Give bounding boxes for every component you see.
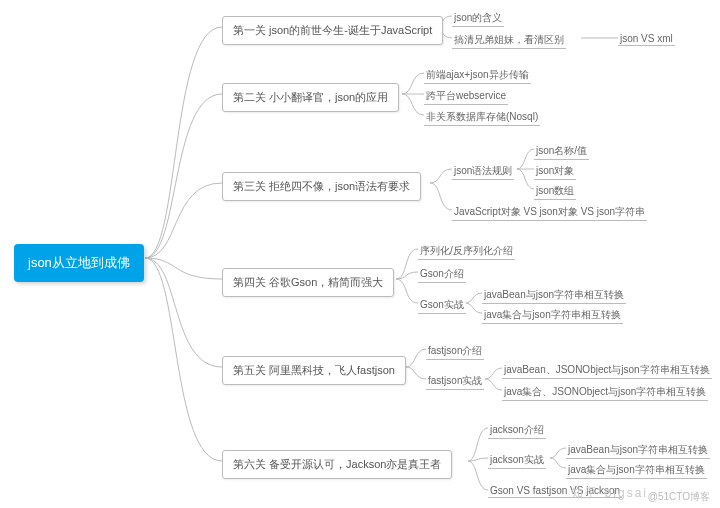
l5-leaf-1: fastjson介绍 (426, 343, 484, 360)
l4-leaf-3a: javaBean与json字符串相互转换 (482, 287, 626, 304)
branch-4[interactable]: 第四关 谷歌Gson，精简而强大 (222, 268, 394, 297)
l3-leaf-1a: json名称/值 (534, 143, 589, 160)
branch-3[interactable]: 第三关 拒绝四不像，json语法有要求 (222, 172, 421, 201)
l3-leaf-1b: json对象 (534, 163, 576, 180)
l5-leaf-2b: java集合、JSONObject与json字符串相互转换 (502, 384, 708, 401)
l5-leaf-2: fastjson实战 (426, 373, 484, 390)
l4-leaf-3b: java集合与json字符串相互转换 (482, 307, 623, 324)
branch-1[interactable]: 第一关 json的前世今生-诞生于JavaScript (222, 16, 443, 45)
l6-leaf-2b: java集合与json字符串相互转换 (566, 462, 707, 479)
l2-leaf-2: 跨平台webservice (424, 88, 508, 105)
branch-2[interactable]: 第二关 小小翻译官，json的应用 (222, 83, 399, 112)
l3-leaf-1: json语法规则 (452, 163, 514, 180)
l1-leaf-1: json的含义 (452, 10, 504, 27)
l6-leaf-1: jackson介绍 (488, 422, 546, 439)
l6-leaf-2: jackson实战 (488, 452, 546, 469)
watermark-51cto: @51CTO博客 (648, 490, 710, 504)
l6-leaf-2a: javaBean与json字符串相互转换 (566, 442, 710, 459)
branch-5[interactable]: 第五关 阿里黑科技，飞人fastjson (222, 356, 406, 385)
l5-leaf-2a: javaBean、JSONObject与json字符串相互转换 (502, 362, 712, 379)
l1-leaf-2: 搞清兄弟姐妹，看清区别 (452, 32, 566, 49)
l3-leaf-1c: json数组 (534, 183, 576, 200)
l1-leaf-2b: json VS xml (618, 32, 675, 46)
l3-leaf-2: JavaScript对象 VS json对象 VS json字符串 (452, 204, 647, 221)
l4-leaf-3: Gson实战 (418, 297, 466, 314)
root-node[interactable]: json从立地到成佛 (14, 244, 144, 282)
l2-leaf-3: 非关系数据库存储(Nosql) (424, 109, 540, 126)
branch-6[interactable]: 第六关 备受开源认可，Jackson亦是真王者 (222, 450, 452, 479)
l4-leaf-2: Gson介绍 (418, 266, 466, 283)
l2-leaf-1: 前端ajax+json异步传输 (424, 67, 531, 84)
watermark-zhihu: 知乎 bigsai (571, 485, 648, 502)
l4-leaf-1: 序列化/反序列化介绍 (418, 243, 515, 260)
